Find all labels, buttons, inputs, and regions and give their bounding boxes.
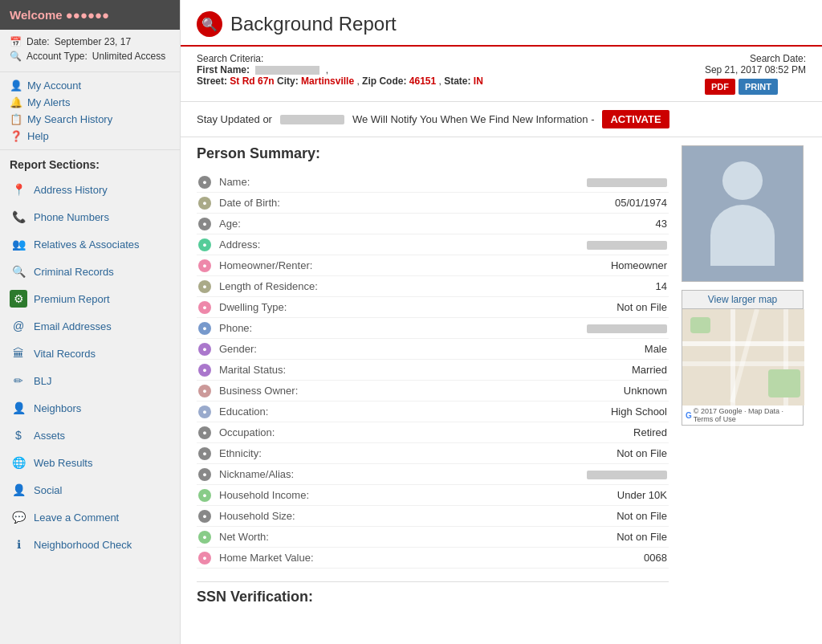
field-value: 0068 [346,548,669,569]
neighborhood-icon: ℹ [10,536,27,553]
field-label: Household Income: [218,485,346,506]
sidebar-item-criminal-records[interactable]: 🔍 Criminal Records [0,258,180,285]
main-header: 🔍 Background Report [181,0,822,47]
account-value: Unlimited Access [92,51,165,62]
field-label: Homeowner/Renter: [218,255,346,276]
sidebar-label-vital: Vital Records [34,348,96,360]
field-value: Retired [346,422,669,443]
sidebar-item-search-history[interactable]: 📋 My Search History [10,111,170,128]
table-row: ●Household Size:Not on File [197,506,669,527]
sidebar-item-my-alerts[interactable]: 🔔 My Alerts [10,94,170,111]
search-criteria-bar: Search Criteria: First Name: , Street: S… [181,47,822,102]
sidebar-label-comment: Leave a Comment [34,512,119,524]
street-value: St Rd 67n [230,75,274,87]
search-meta-icon: 🔍 [10,51,22,62]
field-icon: ● [197,193,218,214]
field-value: Not on File [346,527,669,548]
table-row: ●Marital Status:Married [197,360,669,381]
map-footer-text: © 2017 Google · Map Data · Terms of Use [694,407,800,423]
map-area: View larger map G © 2017 Google · Map Da… [682,290,804,426]
field-icon: ● [197,339,218,360]
sidebar-label-relatives: Relatives & Associates [34,238,140,251]
zip-value: 46151 [409,75,436,87]
vital-icon: 🏛 [10,344,27,362]
sidebar-item-email-addresses[interactable]: @ Email Addresses [0,312,180,340]
sidebar-item-address-history[interactable]: 📍 Address History [0,176,180,203]
view-larger-map-link[interactable]: View larger map [682,291,803,309]
zip-label: Zip Code: [362,75,406,87]
field-icon: ● [197,527,218,548]
sidebar-item-leave-comment[interactable]: 💬 Leave a Comment [0,503,180,531]
main-left: Person Summary: ●Name:●Date of Birth:05/… [197,145,669,605]
account-label: Account Type: [26,51,87,62]
avatar [682,145,804,282]
sidebar-item-vital-records[interactable]: 🏛 Vital Records [0,340,180,367]
field-value [346,464,669,485]
first-name-value [255,66,319,75]
field-label: Dwelling Type: [218,297,346,318]
sidebar-label-phone-numbers: Phone Numbers [34,211,109,223]
sidebar-item-relatives-associates[interactable]: 👥 Relatives & Associates [0,230,180,258]
table-row: ●Homeowner/Renter:Homeowner [197,255,669,276]
field-icon: ● [197,214,218,234]
field-value: High School [346,401,669,422]
field-label: Business Owner: [218,381,346,401]
sidebar-item-web-results[interactable]: 🌐 Web Results [0,449,180,476]
field-value [346,234,669,255]
activate-button[interactable]: ACTIVATE [602,110,669,128]
avatar-head [722,161,763,200]
table-row: ●Date of Birth:05/01/1974 [197,193,669,214]
sidebar-item-social[interactable]: 👤 Social [0,476,180,503]
sidebar-label-premium: Premium Report [34,293,110,305]
field-icon: ● [197,548,218,569]
field-icon: ● [197,172,218,193]
field-label: Gender: [218,339,346,360]
premium-icon: ⚙ [10,290,27,308]
map-image [682,309,804,406]
person-summary-title: Person Summary: [197,145,669,162]
field-label: Name: [218,172,346,193]
comment-icon: 💬 [10,508,27,526]
comma-separator: , [326,64,328,75]
field-label: Date of Birth: [218,193,346,214]
sidebar-item-phone-numbers[interactable]: 📞 Phone Numbers [0,203,180,230]
sidebar-item-blj[interactable]: ✏ BLJ [0,367,180,394]
table-row: ●Nickname/Alias: [197,464,669,485]
pdf-button[interactable]: PDF [705,79,735,95]
assets-icon: $ [10,426,27,444]
table-row: ●Net Worth:Not on File [197,527,669,548]
table-row: ●Address: [197,234,669,255]
table-row: ●Name: [197,172,669,193]
sidebar-nav-label-help: Help [27,130,49,142]
field-icon: ● [197,255,218,276]
field-icon: ● [197,297,218,318]
sidebar-item-neighborhood-check[interactable]: ℹ Neighborhood Check [0,531,180,558]
field-icon: ● [197,422,218,443]
field-value: 43 [346,214,669,234]
field-value: Not on File [346,297,669,318]
field-value: Not on File [346,443,669,464]
city-value: Martinsville [301,75,354,87]
sidebar-item-assets[interactable]: $ Assets [0,422,180,449]
field-value: Homeowner [346,255,669,276]
field-value: Married [346,360,669,381]
social-icon: 👤 [10,481,27,499]
calendar-icon: 📅 [10,36,22,47]
notify-bar: Stay Updated or We Will Notify You When … [181,102,822,137]
sidebar-label-assets: Assets [34,430,65,442]
field-label: Home Market Value: [218,548,346,569]
sidebar-item-premium-report[interactable]: ⚙ Premium Report [0,285,180,312]
date-value: September 23, 17 [55,36,131,47]
welcome-label: Welcome [10,8,63,22]
history-icon: 📋 [10,113,22,125]
criteria-label: Search Criteria: [197,53,263,64]
print-button[interactable]: PRINT [739,79,778,95]
sidebar-item-neighbors[interactable]: 👤 Neighbors [0,394,180,422]
sidebar-item-help[interactable]: ❓ Help [10,128,170,145]
account-icon: 👤 [10,79,22,92]
alerts-icon: 🔔 [10,96,22,108]
field-label: Nickname/Alias: [218,464,346,485]
field-label: Length of Residence: [218,276,346,297]
sidebar-item-my-account[interactable]: 👤 My Account [10,77,170,94]
field-icon: ● [197,318,218,339]
